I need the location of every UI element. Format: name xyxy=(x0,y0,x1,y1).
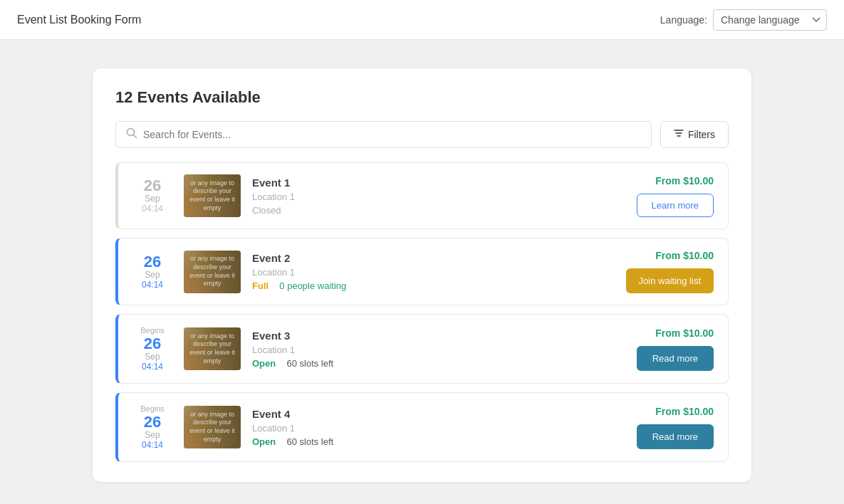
thumb-text: or any image to describe your event or l… xyxy=(184,177,241,216)
event-info: Event 2 Location 1 Full 0 people waiting xyxy=(252,252,588,291)
join-waiting-button[interactable]: Join waiting list xyxy=(626,268,714,293)
event-month: Sep xyxy=(132,352,172,362)
event-price: From $10.00 xyxy=(655,327,714,339)
event-name: Event 1 xyxy=(252,177,588,189)
event-thumbnail: or any image to describe your event or l… xyxy=(184,251,241,293)
event-item-event-2: 26 Sep 04:14 or any image to describe yo… xyxy=(115,238,729,305)
event-status-row: Open 60 slots left xyxy=(252,436,588,447)
event-item-event-3: Begins 26 Sep 04:14 or any image to desc… xyxy=(115,314,729,384)
event-time: 04:14 xyxy=(132,204,172,214)
read-more-button[interactable]: Read more xyxy=(637,346,714,371)
event-right-block: From $10.00 Join waiting list xyxy=(600,250,714,293)
thumb-text: or any image to describe your event or l… xyxy=(184,408,241,447)
event-thumbnail: or any image to describe your event or l… xyxy=(184,174,241,217)
event-price: From $10.00 xyxy=(655,175,714,187)
event-day: 26 xyxy=(132,336,172,352)
search-wrapper xyxy=(115,121,652,148)
event-month: Sep xyxy=(132,270,172,280)
event-month: Sep xyxy=(132,194,172,204)
event-day: 26 xyxy=(132,414,172,430)
event-time: 04:14 xyxy=(132,280,172,290)
event-price: From $10.00 xyxy=(655,250,714,261)
event-time: 04:14 xyxy=(132,362,172,372)
filter-button-label: Filters xyxy=(688,129,715,140)
svg-line-1 xyxy=(134,135,137,138)
event-location: Location 1 xyxy=(252,267,588,278)
event-price: From $10.00 xyxy=(655,406,714,417)
event-location: Location 1 xyxy=(252,345,588,355)
event-month: Sep xyxy=(132,430,172,440)
event-thumbnail: or any image to describe your event or l… xyxy=(184,327,241,370)
language-selector-area: Language: Change language English França… xyxy=(660,9,827,31)
event-location: Location 1 xyxy=(252,191,588,202)
event-right-block: From $10.00 Read more xyxy=(600,406,714,449)
event-right-block: From $10.00 Read more xyxy=(600,327,714,371)
event-name: Event 2 xyxy=(252,252,588,264)
event-status: Closed xyxy=(252,205,281,216)
read-more-button[interactable]: Read more xyxy=(637,424,714,449)
event-status-row: Full 0 people waiting xyxy=(252,280,588,291)
event-right-block: From $10.00 Learn more xyxy=(600,175,714,217)
event-status: Open xyxy=(252,436,276,447)
filter-button[interactable]: Filters xyxy=(660,121,729,148)
event-begins-label: Begins xyxy=(132,404,172,413)
main-content: 12 Events Available Filters xyxy=(0,40,844,504)
events-count-title: 12 Events Available xyxy=(115,88,729,107)
event-day: 26 xyxy=(132,178,172,194)
event-slots: 60 slots left xyxy=(281,436,333,447)
thumb-text: or any image to describe your event or l… xyxy=(184,252,241,291)
event-day: 26 xyxy=(132,254,172,270)
event-slots: 60 slots left xyxy=(281,358,333,369)
event-list: 26 Sep 04:14 or any image to describe yo… xyxy=(115,162,729,462)
app-header: Event List Booking Form Language: Change… xyxy=(0,0,844,40)
events-card: 12 Events Available Filters xyxy=(93,68,751,482)
event-thumbnail: or any image to describe your event or l… xyxy=(184,406,241,448)
event-name: Event 3 xyxy=(252,330,588,342)
thumb-text: or any image to describe your event or l… xyxy=(184,330,241,369)
search-icon xyxy=(126,127,137,142)
event-name: Event 4 xyxy=(252,408,588,420)
search-filter-row: Filters xyxy=(115,121,729,148)
event-status-row: Closed xyxy=(252,205,588,216)
language-select[interactable]: Change language English Français Español… xyxy=(713,9,827,31)
event-status: Open xyxy=(252,358,276,369)
event-date-block: 26 Sep 04:14 xyxy=(132,178,172,214)
event-item-event-4: Begins 26 Sep 04:14 or any image to desc… xyxy=(115,392,729,462)
event-item-event-1: 26 Sep 04:14 or any image to describe yo… xyxy=(115,162,729,229)
language-label: Language: xyxy=(660,14,707,26)
event-info: Event 1 Location 1 Closed xyxy=(252,177,588,216)
event-location: Location 1 xyxy=(252,423,588,434)
filter-icon xyxy=(674,129,684,140)
learn-more-button[interactable]: Learn more xyxy=(637,194,714,217)
event-info: Event 4 Location 1 Open 60 slots left xyxy=(252,408,588,447)
event-date-block: 26 Sep 04:14 xyxy=(132,254,172,290)
event-date-block: Begins 26 Sep 04:14 xyxy=(132,326,172,372)
event-info: Event 3 Location 1 Open 60 slots left xyxy=(252,330,588,369)
event-date-block: Begins 26 Sep 04:14 xyxy=(132,404,172,450)
event-waiting: 0 people waiting xyxy=(274,280,346,291)
app-title: Event List Booking Form xyxy=(17,14,141,26)
event-begins-label: Begins xyxy=(132,326,172,335)
search-input[interactable] xyxy=(143,122,641,147)
event-status-row: Open 60 slots left xyxy=(252,358,588,369)
event-time: 04:14 xyxy=(132,440,172,450)
event-status: Full xyxy=(252,280,269,291)
